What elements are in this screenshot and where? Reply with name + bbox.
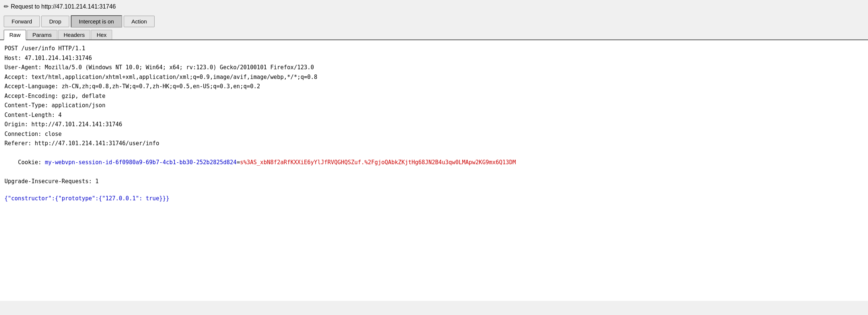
forward-button[interactable]: Forward [4, 16, 40, 27]
header-host: Host: 47.101.214.141:31746 [4, 54, 864, 63]
request-method-line: POST /user/info HTTP/1.1 [4, 44, 864, 54]
pencil-icon: ✏ [4, 3, 9, 10]
header-user-agent: User-Agent: Mozilla/5.0 (Windows NT 10.0… [4, 63, 864, 73]
tabs-bar: Raw Params Headers Hex [0, 30, 868, 40]
header-origin: Origin: http://47.101.214.141:31746 [4, 120, 864, 130]
request-body: {"constructor":{"prototype":{"127.0.0.1"… [4, 194, 864, 204]
header-upgrade: Upgrade-Insecure-Requests: 1 [4, 177, 864, 187]
request-content: POST /user/info HTTP/1.1 Host: 47.101.21… [0, 40, 868, 301]
toolbar: Forward Drop Intercept is on Action [0, 13, 868, 30]
tab-hex[interactable]: Hex [91, 30, 112, 39]
blank-separator [4, 187, 864, 194]
header-accept: Accept: text/html,application/xhtml+xml,… [4, 73, 864, 82]
header-content-length: Content-Length: 4 [4, 111, 864, 120]
cookie-prefix-label: Cookie: [18, 159, 45, 166]
cookie-value-label: s%3AS_xbN8f2aRfKXXiE6yYlJfRVQGHQSZuf.%2F… [240, 159, 516, 166]
cookie-name-label: my-webvpn-session-id-6f0980a9-69b7-4cb1-… [45, 159, 237, 166]
title-bar: ✏ Request to http://47.101.214.141:31746 [0, 0, 868, 13]
header-accept-language: Accept-Language: zh-CN,zh;q=0.8,zh-TW;q=… [4, 82, 864, 92]
intercept-button[interactable]: Intercept is on [71, 15, 122, 28]
header-connection: Connection: close [4, 130, 864, 139]
action-button[interactable]: Action [124, 16, 155, 27]
tab-headers[interactable]: Headers [58, 30, 91, 39]
title-text: Request to http://47.101.214.141:31746 [11, 3, 116, 10]
cookie-equals-label: = [237, 159, 240, 166]
header-cookie: Cookie: my-webvpn-session-id-6f0980a9-69… [4, 149, 864, 177]
drop-button[interactable]: Drop [41, 16, 69, 27]
header-content-type: Content-Type: application/json [4, 101, 864, 111]
tab-params[interactable]: Params [27, 30, 57, 39]
tab-raw[interactable]: Raw [4, 30, 26, 40]
header-referer: Referer: http://47.101.214.141:31746/use… [4, 139, 864, 149]
header-accept-encoding: Accept-Encoding: gzip, deflate [4, 92, 864, 101]
